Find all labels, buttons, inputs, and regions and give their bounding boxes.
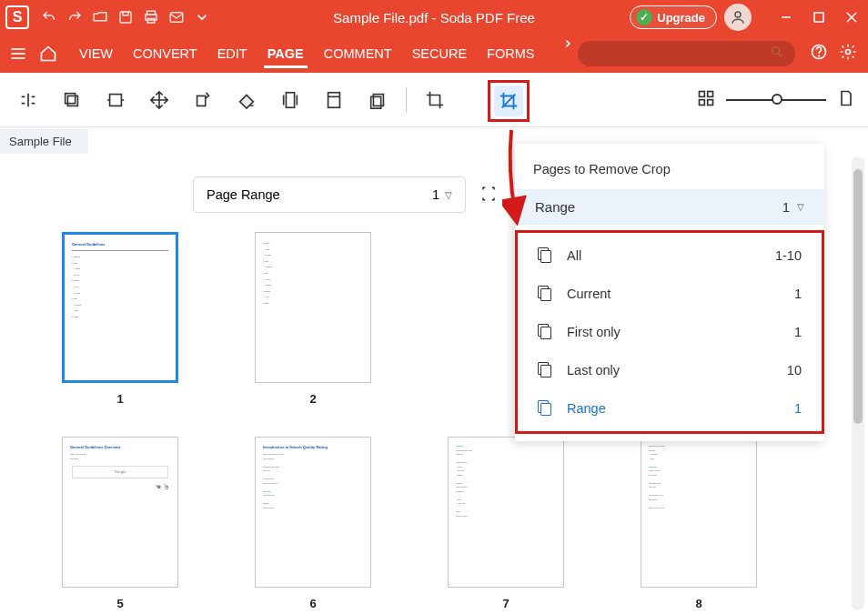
option-label: All — [567, 248, 581, 263]
svg-rect-20 — [66, 93, 76, 103]
pages-stack-icon — [538, 286, 554, 302]
zoom-slider-handle[interactable] — [772, 94, 782, 105]
svg-point-6 — [735, 12, 741, 17]
svg-rect-31 — [700, 99, 705, 105]
tool-crop-remove-icon[interactable] — [494, 86, 523, 116]
page-thumb[interactable]: ▪▪▪▪ ▪▪▪▪▪ ▪▪▪ ▪▪▪▪▪▪▪▪▪ ▪▪▪▪ • ▪▪▪▪▪ ▪▪… — [639, 437, 759, 610]
page-toolbar — [0, 73, 868, 127]
crop-option-last[interactable]: Last only 10 — [518, 351, 822, 389]
home-icon[interactable] — [35, 45, 60, 63]
pages-stack-icon — [538, 247, 554, 264]
svg-rect-19 — [67, 96, 77, 106]
page-thumb[interactable]: Introduction to Search Quality Rating▪▪▪… — [253, 437, 373, 610]
help-icon[interactable] — [810, 43, 828, 65]
account-avatar[interactable] — [724, 4, 752, 31]
check-icon: ✓ — [636, 9, 652, 25]
svg-point-17 — [819, 55, 820, 56]
crop-range-label: Range — [535, 199, 575, 215]
tool-rotate-icon[interactable] — [187, 85, 218, 116]
page-preview: ▪▪▪ ▪▪▪▪▪▪▪▪▪ ▪▪▪▪▪▪ ▪▪▪ ▪▪▪▪▪▪▪▪▪▪ ▪▪▪▪… — [448, 437, 564, 588]
close-button[interactable] — [835, 0, 868, 35]
upgrade-button[interactable]: ✓ Upgrade — [630, 5, 717, 29]
svg-rect-23 — [286, 92, 294, 107]
redo-icon[interactable] — [62, 9, 87, 25]
svg-rect-24 — [328, 92, 340, 107]
page-preview: General Guidelines Overview▪▪▪▪▪ ▪▪▪▪ ▪▪… — [62, 437, 178, 588]
crop-range-dropdown[interactable]: Range 1 ▽ — [515, 189, 824, 225]
tool-margins-icon[interactable] — [275, 85, 306, 116]
undo-icon[interactable] — [36, 9, 62, 25]
page-thumb[interactable]: General Guidelines Overview▪▪▪▪▪ ▪▪▪▪ ▪▪… — [60, 437, 180, 610]
tool-header-icon[interactable] — [318, 85, 349, 116]
page-number: 5 — [116, 597, 123, 610]
tool-resize-icon[interactable] — [100, 85, 131, 116]
crop-remove-panel: Pages to Remove Crop Range 1 ▽ All 1-10 … — [515, 144, 824, 441]
page-number: 2 — [309, 392, 316, 406]
titlebar: S Sample File.pdf - Soda PDF Free ✓ Upgr… — [0, 0, 868, 35]
pages-stack-icon — [538, 400, 554, 417]
scrollbar-thumb[interactable] — [853, 169, 863, 424]
file-tab[interactable]: Sample File — [0, 129, 88, 154]
print-icon[interactable] — [138, 9, 164, 25]
page-thumb[interactable]: ▪ ▪▪▪▪▪ ▪ ▪▪▪ ▪ ▪▪▪▪▪▪ ▪▪▪▪ ▪ ▪▪▪▪▪▪▪ ▪▪… — [253, 232, 373, 406]
tool-extract-icon[interactable] — [56, 85, 87, 116]
page-number: 8 — [695, 597, 701, 610]
tool-split-icon[interactable] — [13, 85, 44, 116]
svg-line-15 — [779, 54, 782, 56]
menu-items: VIEW CONVERT EDIT PAGE COMMENT SECURE FO… — [77, 37, 574, 70]
option-label: Range — [567, 401, 606, 416]
crop-option-first[interactable]: First only 1 — [518, 313, 822, 351]
mail-icon[interactable] — [164, 9, 189, 25]
page-preview: General Guidelines▪ ▪▪▪▪▪▪▪▪ ▪▪▪▪ ▪ ▪▪▪▪… — [62, 232, 178, 383]
page-thumb[interactable]: ▪▪▪ ▪▪▪▪▪▪▪▪▪ ▪▪▪▪▪▪ ▪▪▪ ▪▪▪▪▪▪▪▪▪▪ ▪▪▪▪… — [446, 437, 566, 610]
tool-background-icon[interactable] — [231, 85, 262, 116]
minimize-button[interactable] — [770, 0, 802, 35]
search-input[interactable] — [578, 41, 795, 66]
tool-move-icon[interactable] — [144, 85, 175, 116]
menu-secure[interactable]: SECURE — [410, 37, 469, 70]
pages-stack-icon — [538, 362, 554, 378]
app-logo[interactable]: S — [5, 5, 29, 29]
svg-rect-30 — [708, 91, 713, 96]
crop-option-range[interactable]: Range 1 — [518, 389, 822, 428]
option-value: 10 — [787, 363, 802, 377]
option-label: First only — [567, 325, 621, 339]
menu-edit[interactable]: EDIT — [216, 37, 249, 70]
svg-rect-27 — [371, 96, 381, 108]
svg-rect-0 — [120, 12, 131, 23]
page-number: 1 — [116, 392, 123, 406]
more-chevron-icon[interactable] — [189, 9, 215, 25]
save-icon[interactable] — [113, 9, 138, 25]
menu-forms[interactable]: FORMS — [485, 37, 536, 70]
menu-overflow-icon[interactable] — [561, 37, 574, 70]
svg-rect-32 — [708, 99, 713, 105]
zoom-slider[interactable] — [726, 99, 826, 101]
hamburger-icon[interactable] — [5, 45, 31, 63]
crop-option-all[interactable]: All 1-10 — [518, 237, 822, 275]
page-number: 7 — [502, 597, 509, 610]
svg-point-18 — [846, 50, 851, 55]
menu-view[interactable]: VIEW — [77, 37, 115, 70]
page-thumb[interactable]: General Guidelines▪ ▪▪▪▪▪▪▪▪ ▪▪▪▪ ▪ ▪▪▪▪… — [60, 232, 180, 406]
crop-range-options: All 1-10 Current 1 First only 1 Last onl… — [515, 230, 824, 434]
crop-panel-title: Pages to Remove Crop — [515, 156, 824, 189]
svg-point-14 — [772, 47, 780, 55]
search-icon — [770, 45, 784, 63]
crop-option-current[interactable]: Current 1 — [518, 275, 822, 313]
upgrade-label: Upgrade — [657, 11, 705, 25]
settings-icon[interactable] — [839, 43, 857, 65]
maximize-button[interactable] — [802, 0, 835, 35]
vertical-scrollbar[interactable] — [852, 156, 864, 610]
menu-convert[interactable]: CONVERT — [131, 37, 199, 70]
svg-rect-29 — [700, 91, 705, 96]
crop-range-value: 1 — [782, 199, 790, 215]
single-page-view-icon[interactable] — [837, 89, 855, 111]
tool-numbering-icon[interactable] — [362, 85, 393, 116]
menubar: VIEW CONVERT EDIT PAGE COMMENT SECURE FO… — [0, 35, 868, 73]
menu-page[interactable]: PAGE — [266, 37, 306, 70]
page-number: 6 — [309, 597, 316, 610]
thumbnail-view-icon[interactable] — [697, 89, 715, 111]
menu-comment[interactable]: COMMENT — [322, 37, 394, 70]
open-icon[interactable] — [87, 9, 113, 25]
tool-crop-add-icon[interactable] — [419, 85, 450, 116]
